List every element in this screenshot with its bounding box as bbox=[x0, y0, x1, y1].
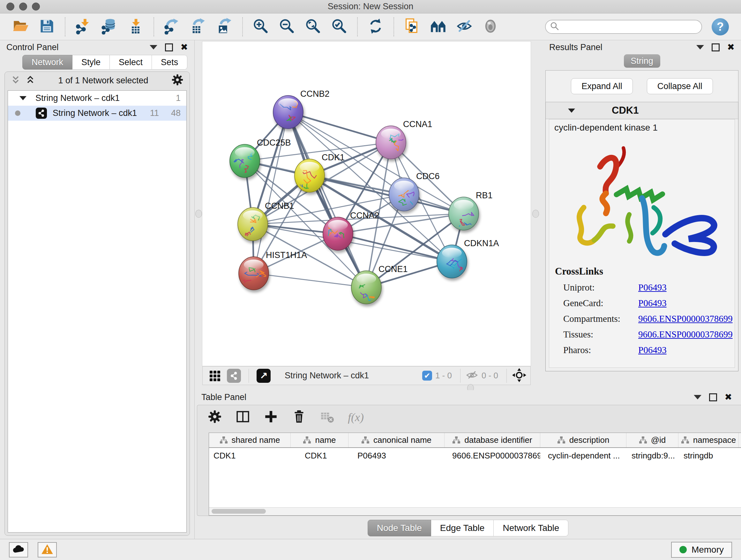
table-panel: Table Panel ✖ f(x) shared name name c bbox=[195, 390, 741, 539]
network-collection-row[interactable]: String Network – cdk1 1 bbox=[8, 91, 186, 106]
panel-menu-icon[interactable] bbox=[694, 395, 701, 399]
selected-checkbox-icon[interactable]: ✔ bbox=[422, 371, 432, 381]
cdk1-section-header[interactable]: CDK1 bbox=[546, 102, 738, 119]
network-node-CDC25B[interactable] bbox=[230, 144, 260, 178]
panel-menu-icon[interactable] bbox=[150, 45, 157, 50]
export-table-button[interactable] bbox=[189, 18, 207, 36]
zoom-out-button[interactable] bbox=[278, 18, 296, 36]
cloud-button[interactable] bbox=[9, 542, 28, 557]
network-node-CCNE1[interactable] bbox=[351, 271, 381, 304]
tab-edge-table[interactable]: Edge Table bbox=[431, 520, 494, 537]
tab-network-table[interactable]: Network Table bbox=[494, 520, 568, 537]
show-all-button[interactable] bbox=[482, 18, 499, 36]
network-status-dot bbox=[15, 111, 20, 116]
column-header[interactable]: description bbox=[540, 433, 626, 447]
memory-button[interactable]: Memory bbox=[671, 542, 732, 558]
hide-selected-button[interactable] bbox=[455, 18, 473, 36]
network-row[interactable]: String Network – cdk1 11 48 bbox=[8, 106, 186, 121]
cybrowser-button[interactable] bbox=[429, 18, 447, 36]
network-node-RB1[interactable] bbox=[449, 197, 479, 236]
string-view-icon[interactable] bbox=[227, 369, 241, 383]
column-header[interactable]: name bbox=[291, 433, 348, 447]
network-node-CCNA1[interactable] bbox=[376, 126, 406, 159]
add-column-icon[interactable] bbox=[264, 409, 278, 425]
export-image-button[interactable] bbox=[215, 18, 233, 36]
crosslink-link[interactable]: 9606.ENSP00000378699 bbox=[638, 314, 733, 324]
open-session-button[interactable] bbox=[12, 18, 30, 36]
zoom-out-icon bbox=[279, 18, 295, 36]
grid-view-icon[interactable] bbox=[209, 369, 222, 382]
cell-description: cyclin-dependent ... bbox=[540, 451, 626, 461]
import-network-button[interactable] bbox=[74, 18, 92, 36]
search-input[interactable] bbox=[562, 21, 697, 32]
zoom-in-button[interactable] bbox=[252, 18, 270, 36]
crosslink-link[interactable]: P06493 bbox=[638, 298, 667, 308]
collapse-all-button[interactable]: Collapse All bbox=[647, 78, 713, 94]
tab-string[interactable]: String bbox=[624, 54, 660, 68]
left-splitter-handle[interactable] bbox=[195, 210, 202, 218]
tab-select[interactable]: Select bbox=[110, 55, 152, 70]
gear-icon[interactable] bbox=[171, 73, 184, 87]
network-node-CCNA2[interactable] bbox=[323, 217, 353, 250]
export-network-button[interactable] bbox=[163, 18, 181, 36]
network-node-CCNB2[interactable] bbox=[273, 96, 303, 129]
panel-close-icon[interactable]: ✖ bbox=[181, 43, 188, 52]
network-node-CCNB1[interactable] bbox=[238, 207, 268, 241]
column-header[interactable]: canonical name bbox=[348, 433, 445, 447]
collapse-all-networks-icon[interactable] bbox=[10, 75, 21, 86]
table-settings-gear-icon[interactable] bbox=[207, 409, 222, 425]
zoom-selected-button[interactable] bbox=[330, 18, 348, 36]
panel-float-icon[interactable] bbox=[712, 44, 720, 51]
column-header[interactable]: database identifier bbox=[445, 433, 540, 447]
copy-network-icon bbox=[404, 18, 420, 36]
table-row[interactable]: CDK1 CDK1 P06493 9606.ENSP00000378699 cy… bbox=[209, 448, 741, 463]
column-header[interactable]: shared name bbox=[209, 433, 291, 447]
help-button[interactable]: ? bbox=[712, 18, 729, 36]
delete-column-trash-icon[interactable] bbox=[292, 409, 307, 425]
panel-menu-icon[interactable] bbox=[696, 45, 704, 50]
tab-style[interactable]: Style bbox=[72, 55, 110, 70]
scrollbar-thumb[interactable] bbox=[212, 509, 266, 514]
panel-close-icon[interactable]: ✖ bbox=[725, 393, 732, 401]
cell-namespace: stringdb bbox=[678, 451, 739, 461]
network-node-CDK1[interactable] bbox=[294, 159, 325, 192]
horizontal-scrollbar[interactable] bbox=[209, 507, 741, 515]
cell-canonical-name: P06493 bbox=[348, 451, 445, 461]
panel-float-icon[interactable] bbox=[709, 393, 717, 401]
export-image-icon bbox=[216, 18, 232, 36]
panel-float-icon[interactable] bbox=[165, 44, 173, 51]
zoom-fit-button[interactable] bbox=[304, 18, 322, 36]
network-canvas[interactable]: CCNB2CCNA1CDC25BCDK1CDC6RB1CCNB1CCNA2CDK… bbox=[202, 42, 531, 366]
apply-layout-button[interactable] bbox=[367, 18, 385, 36]
panel-close-icon[interactable]: ✖ bbox=[727, 43, 735, 52]
crosslink-link[interactable]: P06493 bbox=[638, 282, 667, 293]
tab-node-table[interactable]: Node Table bbox=[367, 520, 431, 537]
table-panel-title: Table Panel bbox=[201, 392, 246, 402]
expand-all-networks-icon[interactable] bbox=[25, 75, 36, 86]
clone-network-button[interactable] bbox=[403, 18, 421, 36]
birdseye-view-icon[interactable]: ↗ bbox=[257, 369, 271, 383]
import-table-button[interactable] bbox=[127, 18, 145, 36]
network-node-HIST1H1A[interactable] bbox=[239, 257, 269, 290]
collection-expand-icon[interactable] bbox=[19, 96, 26, 100]
network-node-CDKN1A[interactable] bbox=[437, 245, 467, 278]
search-box[interactable] bbox=[545, 20, 702, 34]
import-database-button[interactable] bbox=[100, 18, 118, 36]
node-label-CCNA1: CCNA1 bbox=[403, 119, 432, 129]
warnings-button[interactable] bbox=[38, 542, 57, 557]
network-node-CDC6[interactable] bbox=[389, 178, 419, 211]
import-table-icon bbox=[127, 18, 144, 36]
right-splitter-handle[interactable] bbox=[532, 210, 539, 218]
crosslink-link[interactable]: P06493 bbox=[638, 345, 667, 355]
section-collapse-icon[interactable] bbox=[568, 109, 575, 113]
column-header[interactable]: namespace bbox=[678, 433, 739, 447]
show-columns-icon[interactable] bbox=[235, 409, 250, 425]
expand-all-button[interactable]: Expand All bbox=[571, 78, 633, 94]
tab-network[interactable]: Network bbox=[22, 55, 72, 70]
tab-sets[interactable]: Sets bbox=[152, 55, 187, 70]
column-header[interactable]: @id bbox=[626, 433, 678, 447]
save-session-button[interactable] bbox=[38, 18, 56, 36]
crosslink-link[interactable]: 9606.ENSP00000378699 bbox=[638, 329, 733, 340]
network-graph[interactable]: CCNB2CCNA1CDC25BCDK1CDC6RB1CCNB1CCNA2CDK… bbox=[202, 42, 531, 366]
crosshair-icon[interactable] bbox=[512, 368, 527, 384]
